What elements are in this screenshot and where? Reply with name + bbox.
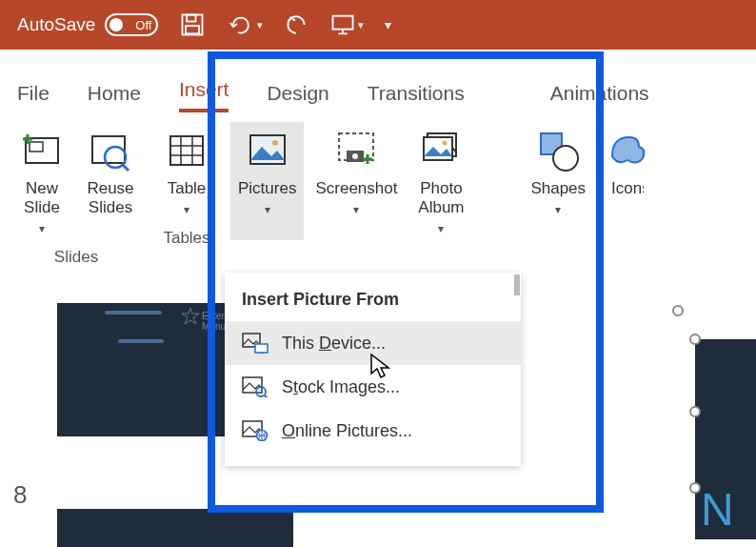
chevron-down-icon: ▾ <box>555 204 561 215</box>
tab-insert[interactable]: Insert <box>179 78 229 112</box>
selection-handle[interactable] <box>672 305 684 316</box>
group-slides-label: Slides <box>54 240 98 271</box>
shapes-button[interactable]: Shapes ▾ <box>523 122 593 221</box>
reuse-slides-button[interactable]: Reuse Slides <box>78 122 143 240</box>
autosave-control[interactable]: AutoSave Off <box>17 13 158 36</box>
menu-this-device-label: This Device... <box>282 334 386 354</box>
thumb-shape <box>118 339 164 343</box>
reuse-slides-icon <box>88 128 133 173</box>
slide-thumbnail-next[interactable] <box>57 509 293 547</box>
table-label: Table <box>168 179 207 198</box>
svg-rect-5 <box>30 142 43 152</box>
svg-rect-3 <box>333 16 353 30</box>
new-slide-label: New Slide <box>24 179 60 217</box>
table-icon <box>164 128 209 173</box>
menu-stock-images-label: Stock Images... <box>282 377 400 397</box>
customize-qat-icon[interactable]: ▾ <box>385 17 391 32</box>
undo-icon[interactable]: ▾ <box>227 13 263 36</box>
icons-label: Icons <box>611 179 644 198</box>
title-bar: AutoSave Off ▾ ▾ ▾ <box>0 0 756 50</box>
tab-animations[interactable]: Animations <box>550 82 649 112</box>
shapes-label: Shapes <box>530 179 586 198</box>
online-pictures-icon <box>242 420 269 441</box>
icons-button[interactable]: Icons <box>597 122 658 221</box>
svg-rect-2 <box>186 26 199 33</box>
group-illustrations: Shapes ▾ Icons <box>517 122 664 303</box>
menu-online-pictures[interactable]: Online Pictures... <box>225 409 521 453</box>
selection-handle[interactable] <box>689 406 701 417</box>
selection-handle[interactable] <box>689 334 701 345</box>
svg-point-16 <box>443 141 448 146</box>
chevron-down-icon: ▾ <box>184 204 189 215</box>
selection-handle[interactable] <box>689 482 701 494</box>
slide-text-fragment: N <box>701 483 734 536</box>
screenshot-label: Screenshot <box>315 179 397 198</box>
mouse-cursor <box>369 353 390 379</box>
pictures-icon <box>245 128 290 173</box>
edit-canvas[interactable]: N <box>666 305 756 543</box>
reuse-slides-label: Reuse Slides <box>87 179 133 217</box>
chevron-down-icon: ▾ <box>39 223 45 234</box>
pictures-label: Pictures <box>238 179 296 198</box>
pictures-button[interactable]: Pictures ▾ <box>230 122 304 240</box>
autosave-label: AutoSave <box>17 14 95 35</box>
photo-album-button[interactable]: Photo Album ▾ <box>408 122 473 240</box>
group-tables: Table ▾ Tables <box>149 122 225 303</box>
tab-design[interactable]: Design <box>267 82 328 112</box>
tab-transitions[interactable]: Transitions <box>368 82 465 112</box>
shapes-icon <box>535 128 581 173</box>
dropdown-header: Insert Picture From <box>225 282 521 321</box>
icons-icon <box>605 128 650 173</box>
tab-home[interactable]: Home <box>88 82 141 112</box>
svg-point-25 <box>553 146 578 171</box>
svg-rect-18 <box>255 344 268 353</box>
thumb-shape <box>105 311 162 314</box>
ribbon: New Slide ▾ Reuse Slides Slides Table ▾ … <box>0 112 756 303</box>
photo-album-label: Photo Album <box>418 179 464 217</box>
svg-rect-1 <box>188 15 196 22</box>
table-button[interactable]: Table ▾ <box>154 122 219 221</box>
this-device-icon <box>242 333 269 354</box>
chevron-down-icon: ▾ <box>438 223 444 234</box>
group-tables-label: Tables <box>163 221 209 252</box>
redo-icon[interactable] <box>284 12 308 37</box>
stock-images-icon <box>242 376 269 397</box>
chevron-down-icon: ▾ <box>265 204 270 215</box>
svg-rect-8 <box>170 136 203 165</box>
svg-rect-15 <box>424 137 452 160</box>
svg-rect-19 <box>259 353 264 354</box>
photo-album-icon <box>418 128 464 173</box>
ribbon-tabs: File Home Insert Design Transitions Anim… <box>0 50 756 112</box>
slide-number: 8 <box>13 480 27 510</box>
autosave-toggle[interactable]: Off <box>105 13 158 36</box>
svg-point-13 <box>352 153 358 159</box>
screenshot-button[interactable]: Screenshot ▾ <box>308 122 405 240</box>
screenshot-icon <box>333 128 379 173</box>
chevron-down-icon: ▾ <box>353 204 359 215</box>
new-slide-icon <box>19 128 65 173</box>
group-slides: New Slide ▾ Reuse Slides Slides <box>4 122 149 303</box>
svg-point-10 <box>272 140 278 146</box>
scrollbar[interactable] <box>514 274 520 295</box>
slide-object[interactable]: N <box>695 339 756 539</box>
new-slide-button[interactable]: New Slide ▾ <box>10 122 74 240</box>
group-images: Pictures ▾ Screenshot ▾ Photo Album ▾ <box>225 122 479 303</box>
menu-online-pictures-label: Online Pictures... <box>282 421 412 441</box>
save-icon[interactable] <box>179 11 206 38</box>
tab-file[interactable]: File <box>17 82 50 112</box>
autosave-state: Off <box>135 18 151 32</box>
present-icon[interactable]: ▾ <box>329 11 364 38</box>
